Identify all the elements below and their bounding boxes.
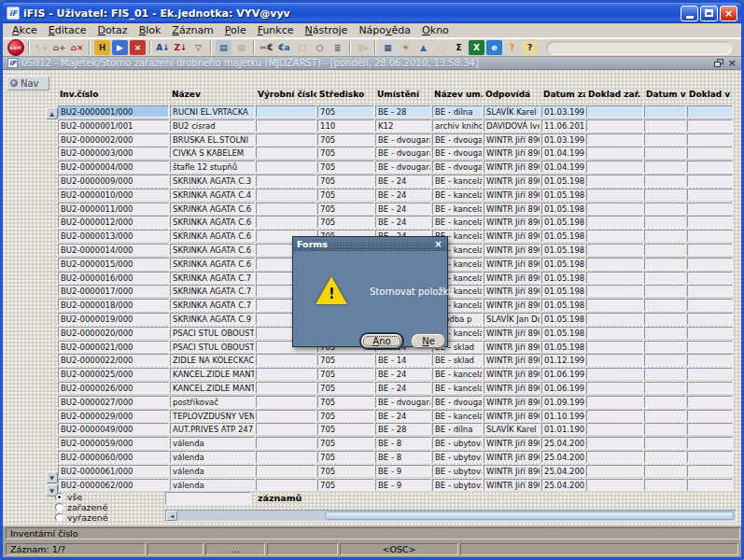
cell-r22-c8[interactable]: 01.09.1999 xyxy=(541,396,585,408)
cell-r12-c2[interactable]: SKRINKA AGATA C.6 xyxy=(170,258,255,270)
cell-r7-c9[interactable] xyxy=(586,189,643,201)
scroll-left-icon[interactable]: ◄ xyxy=(166,511,177,521)
cell-r17-c8[interactable]: 01.05.1987 xyxy=(541,327,585,339)
sort-asc-icon[interactable]: A↓ xyxy=(155,40,171,55)
cell-r26-c2[interactable]: válenda xyxy=(170,451,255,463)
cell-r8-c11[interactable] xyxy=(687,203,733,215)
cell-r26-c10[interactable] xyxy=(644,451,686,463)
cell-r6-c9[interactable] xyxy=(586,175,643,187)
cell-r7-c4[interactable]: 705 xyxy=(317,189,374,201)
cell-r13-c11[interactable] xyxy=(687,272,733,284)
cell-r7-c10[interactable] xyxy=(644,189,686,201)
cell-r28-c5[interactable]: BE - 9 xyxy=(375,479,431,491)
cell-r5-c2[interactable]: štafle 12 stupňů xyxy=(170,161,255,173)
cell-r1-c11[interactable] xyxy=(687,105,733,118)
cell-r11-c8[interactable]: 01.05.1987 xyxy=(541,244,585,256)
context-help-icon[interactable]: ? xyxy=(504,40,520,55)
cell-r14-c10[interactable] xyxy=(644,285,686,297)
cell-r7-c7[interactable]: WINTR Jiří 8903 xyxy=(484,189,540,201)
cell-r25-c10[interactable] xyxy=(644,437,686,449)
cell-r12-c7[interactable]: WINTR Jiří 8903 xyxy=(484,258,540,270)
print-icon[interactable]: ▤ xyxy=(216,40,232,55)
cell-r10-c8[interactable]: 01.05.1987 xyxy=(541,230,585,242)
cell-r19-c7[interactable]: WINTR Jiří 8903 xyxy=(484,354,540,366)
cell-r8-c2[interactable]: SKRINKA AGATA C.6 xyxy=(170,203,255,215)
cell-r25-c6[interactable]: BE - ubytovac xyxy=(432,437,483,449)
cell-r2-c1[interactable]: BU2-0000001/001 xyxy=(58,119,169,132)
cell-r23-c6[interactable]: BE - kancelář xyxy=(432,410,483,422)
cell-r28-c7[interactable]: WINTR Jiří 8903 xyxy=(484,479,540,491)
cell-r2-c2[interactable]: BU2 cisrad xyxy=(170,119,255,132)
cell-r1-c8[interactable]: 01.03.1999 xyxy=(541,105,585,118)
cell-r14-c8[interactable]: 01.05.1987 xyxy=(541,285,585,297)
cell-r10-c2[interactable]: SKRINKA AGATA C.6 xyxy=(170,230,255,242)
cell-r23-c4[interactable]: 705 xyxy=(317,410,374,422)
cell-r27-c10[interactable] xyxy=(644,465,686,477)
cell-r27-c4[interactable]: 705 xyxy=(317,465,374,477)
cell-r19-c1[interactable]: BU2-0000022/000 xyxy=(58,354,169,366)
cell-r21-c7[interactable]: WINTR Jiří 8903 xyxy=(484,382,540,394)
cell-r8-c6[interactable]: BE - kancelář xyxy=(432,203,483,215)
cell-r4-c1[interactable]: BU2-0000003/000 xyxy=(58,147,169,159)
cell-r3-c11[interactable] xyxy=(687,133,733,146)
cell-r18-c7[interactable]: WINTR Jiří 8903 xyxy=(484,341,540,353)
cell-r22-c3[interactable] xyxy=(256,396,316,408)
cell-r19-c11[interactable] xyxy=(687,354,733,366)
cell-r13-c9[interactable] xyxy=(586,272,643,284)
cell-r25-c9[interactable] xyxy=(586,437,643,449)
mdi-titlebar[interactable]: iF 05012 - Majetek/Storno zařazení drobn… xyxy=(3,57,741,70)
cell-r6-c8[interactable]: 01.05.1987 xyxy=(541,175,585,187)
cell-r28-c1[interactable]: BU2-0000062/000 xyxy=(58,479,169,491)
cell-r14-c1[interactable]: BU2-0000017/000 xyxy=(58,285,169,297)
cell-r11-c7[interactable]: WINTR Jiří 8903 xyxy=(484,244,540,256)
cell-r18-c8[interactable]: 01.05.1987 xyxy=(541,341,585,353)
cell-r24-c10[interactable] xyxy=(644,423,686,435)
cell-r17-c9[interactable] xyxy=(586,327,643,339)
cell-r5-c9[interactable] xyxy=(586,161,643,173)
sort-desc-icon[interactable]: Z↓ xyxy=(173,40,189,55)
cell-r14-c11[interactable] xyxy=(687,285,733,297)
cell-r26-c9[interactable] xyxy=(586,451,643,463)
cell-r5-c11[interactable] xyxy=(687,161,733,173)
cell-r8-c1[interactable]: BU2-0000011/000 xyxy=(58,203,169,215)
scrollbar-thumb[interactable] xyxy=(325,511,734,520)
cell-r25-c2[interactable]: válenda xyxy=(170,437,255,449)
record-scroll-up-button[interactable]: ▲ xyxy=(46,107,58,119)
cell-r10-c11[interactable] xyxy=(687,230,733,242)
cell-r12-c11[interactable] xyxy=(687,258,733,270)
cell-r22-c9[interactable] xyxy=(586,396,643,408)
cell-r7-c3[interactable] xyxy=(256,189,316,201)
cell-r1-c4[interactable]: 705 xyxy=(317,105,374,118)
cell-r11-c11[interactable] xyxy=(687,244,733,256)
record-count-input[interactable] xyxy=(165,492,251,505)
cell-r21-c1[interactable]: BU2-0000026/000 xyxy=(58,382,169,394)
cell-r13-c8[interactable]: 01.05.1987 xyxy=(541,272,585,284)
cell-r15-c9[interactable] xyxy=(586,299,643,311)
cell-r27-c2[interactable]: válenda xyxy=(170,465,255,477)
cell-r24-c7[interactable]: SLAVÍK Karel 9 xyxy=(484,423,540,435)
cell-r26-c5[interactable]: BE - 8 xyxy=(375,451,431,463)
cell-r19-c5[interactable]: BE - 14 xyxy=(375,354,431,366)
cell-r7-c8[interactable]: 01.05.1987 xyxy=(541,189,585,201)
cell-r11-c10[interactable] xyxy=(644,244,686,256)
cell-r6-c4[interactable]: 705 xyxy=(317,175,374,187)
search-icon[interactable]: ○ xyxy=(312,40,328,55)
cell-r11-c1[interactable]: BU2-0000014/000 xyxy=(58,244,169,256)
cell-r24-c5[interactable]: BE - 28 xyxy=(375,423,431,435)
cell-r6-c10[interactable] xyxy=(644,175,686,187)
cell-r9-c5[interactable]: BE - 24 xyxy=(375,216,431,228)
execute-query-icon[interactable]: ▶ xyxy=(112,40,128,55)
cell-r20-c5[interactable]: BE - 24 xyxy=(375,368,431,380)
cell-r1-c6[interactable]: BE - dílna xyxy=(432,105,483,118)
cell-r4-c3[interactable] xyxy=(256,147,316,159)
cell-r15-c8[interactable]: 01.05.1987 xyxy=(541,299,585,311)
cell-r14-c2[interactable]: SKRINKA AGATA C.7 xyxy=(170,285,255,297)
cell-r3-c8[interactable]: 01.03.1999 xyxy=(541,133,585,146)
cell-r22-c5[interactable]: BE - dvougaráž xyxy=(375,396,431,408)
cell-r9-c9[interactable] xyxy=(586,216,643,228)
cell-r23-c8[interactable]: 01.10.1999 xyxy=(541,410,585,422)
cell-r16-c7[interactable]: SLAVÍK Jan Doc xyxy=(484,313,540,325)
cell-r17-c2[interactable]: PSACI STUL OBOUSTR xyxy=(170,327,255,339)
cell-r16-c10[interactable] xyxy=(644,313,686,325)
cell-r16-c1[interactable]: BU2-0000019/000 xyxy=(58,313,169,325)
